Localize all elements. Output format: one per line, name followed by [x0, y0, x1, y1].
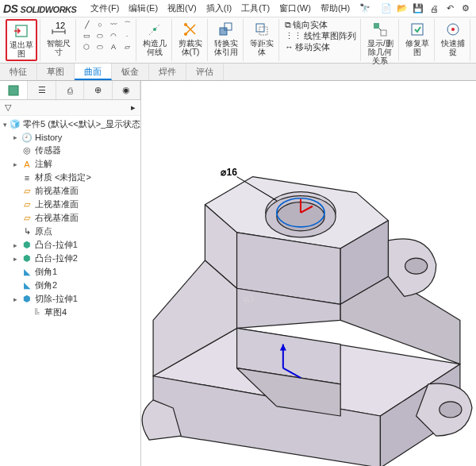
menu-bar: DS SOLIDWORKS 文件(F) 编辑(E) 视图(V) 插入(I) 工具… — [0, 0, 476, 17]
plane-icon: ▱ — [21, 186, 33, 197]
exit-sketch-button[interactable]: 退出草 图 — [6, 19, 37, 61]
svg-rect-12 — [412, 24, 423, 35]
svg-point-14 — [451, 28, 455, 31]
line-tool-icon[interactable]: ╱ — [80, 19, 93, 30]
tab-sheetmetal[interactable]: 钣金 — [112, 64, 149, 80]
menu-help[interactable]: 帮助(H) — [316, 2, 355, 14]
feature-tree-tab-icon[interactable] — [0, 81, 28, 99]
mirror-icon: ⧉ — [285, 20, 291, 30]
menu-insert[interactable]: 插入(I) — [202, 2, 236, 14]
new-doc-icon[interactable]: 📄 — [379, 2, 393, 16]
construction-geom-label: 构造几 何线 — [143, 39, 167, 56]
display-manager-tab-icon[interactable]: ◉ — [113, 81, 140, 99]
tree-material[interactable]: ≡材质 <未指定> — [0, 171, 140, 184]
options-icon[interactable]: ⚙ — [459, 2, 473, 16]
menu-view[interactable]: 视图(V) — [163, 2, 202, 14]
config-manager-tab-icon[interactable]: ⎙ — [56, 81, 84, 99]
poly-tool-icon[interactable]: ⬡ — [80, 41, 93, 52]
point-tool-icon[interactable]: · — [121, 30, 133, 41]
tab-features[interactable]: 特征 — [0, 64, 37, 80]
tree-top-plane[interactable]: ▱上视基准面 — [0, 198, 140, 211]
svg-point-29 — [405, 258, 428, 274]
move-icon: ↔ — [285, 42, 294, 52]
tab-sketch[interactable]: 草图 — [37, 64, 75, 80]
menu-file[interactable]: 文件(F) — [86, 2, 124, 14]
graphics-viewport[interactable]: ⌀16 RJ — [141, 81, 476, 466]
mirror-entities-button[interactable]: ⧉镜向实体 — [283, 19, 358, 30]
svg-point-30 — [440, 402, 462, 418]
print-icon[interactable]: 🖨 — [427, 2, 441, 16]
tree-chamfer2[interactable]: ◣倒角2 — [0, 279, 140, 292]
ribbon-toolbar: 退出草 图 12 智能尺 寸 ╱○〰⌒ ▭⬭◠· ⬡⬭A▱ 构造几 何线 剪裁实… — [0, 17, 476, 64]
circle-tool-icon[interactable]: ○ — [94, 19, 106, 30]
part-icon: 🧊 — [10, 119, 21, 130]
plane-icon: ▱ — [21, 199, 33, 210]
tree-history[interactable]: ▸🕘History — [0, 131, 140, 144]
property-manager-tab-icon[interactable]: ☰ — [28, 81, 56, 99]
construction-geom-button[interactable]: 构造几 何线 — [140, 19, 169, 58]
chamfer-icon: ◣ — [21, 280, 33, 291]
tree-annotations[interactable]: ▸A注解 — [0, 157, 140, 171]
text-tool-icon[interactable]: A — [107, 41, 120, 52]
tree-origin[interactable]: ↳原点 — [0, 225, 140, 238]
menu-tools[interactable]: 工具(T) — [236, 2, 274, 14]
open-icon[interactable]: 📂 — [395, 2, 409, 16]
menu-window[interactable]: 窗口(W) — [274, 2, 316, 14]
svg-point-4 — [184, 33, 187, 36]
main-area: ☰ ⎙ ⊕ ◉ ▽ ▸ ▾🧊零件5 (默认<<默认>_显示状态 1>) ▸🕘Hi… — [0, 81, 476, 466]
slot-tool-icon[interactable]: ⬭ — [94, 30, 106, 41]
tree-sensors[interactable]: ◎传感器 — [0, 144, 140, 157]
tree-cut-extrude1[interactable]: ▸⬢切除-拉伸1 — [0, 292, 140, 306]
spline-tool-icon[interactable]: 〰 — [107, 19, 120, 30]
menu-edit[interactable]: 编辑(E) — [124, 2, 163, 14]
convert-icon — [217, 21, 235, 38]
svg-line-11 — [379, 29, 381, 30]
relations-icon — [371, 21, 389, 38]
svg-point-3 — [184, 23, 187, 26]
offset-entities-button[interactable]: 等距实 体 — [248, 19, 276, 58]
tab-weldments[interactable]: 焊件 — [149, 64, 186, 80]
menu-search-icon[interactable]: 🔭 — [355, 3, 375, 13]
smart-dimension-button[interactable]: 12 智能尺 寸 — [44, 19, 73, 58]
tree-boss-extrude2[interactable]: ▸⬢凸台-拉伸2 — [0, 252, 140, 265]
repair-sketch-button[interactable]: 修复草 图 — [403, 19, 432, 58]
convert-entities-button[interactable]: 转换实 体引用 — [212, 19, 240, 58]
quick-snap-button[interactable]: 快速捕 捉 — [439, 19, 467, 58]
construction-geom-icon — [146, 21, 163, 38]
move-entities-button[interactable]: ↔移动实体 — [283, 41, 358, 52]
trim-label: 剪裁实 体(T) — [178, 39, 202, 56]
sensors-icon: ◎ — [21, 145, 33, 156]
linear-pattern-button[interactable]: ⋮⋮线性草图阵列 — [283, 30, 358, 41]
ellipse-tool-icon[interactable]: ⬭ — [94, 41, 106, 52]
tree-front-plane[interactable]: ▱前视基准面 — [0, 184, 140, 198]
display-relations-button[interactable]: 显示/删 除几何 关系 — [365, 19, 396, 67]
plane-tool-icon[interactable]: ▱ — [121, 41, 133, 52]
display-relations-label: 显示/删 除几何 关系 — [367, 39, 393, 65]
offset-icon — [253, 21, 271, 38]
extrude-icon: ⬢ — [21, 253, 33, 264]
filter-icon[interactable]: ▽ — [5, 102, 11, 113]
tree-boss-extrude1[interactable]: ▸⬢凸台-拉伸1 — [0, 238, 140, 252]
arc-tool-icon[interactable]: ◠ — [107, 30, 120, 41]
trim-entities-button[interactable]: 剪裁实 体(T) — [176, 19, 205, 58]
tree-chamfer1[interactable]: ◣倒角1 — [0, 265, 140, 279]
tree-right-plane[interactable]: ▱右视基准面 — [0, 211, 140, 225]
material-icon: ≡ — [21, 172, 33, 183]
rect-tool-icon[interactable]: ▭ — [80, 30, 93, 41]
fillet-tool-icon[interactable]: ⌒ — [121, 19, 133, 30]
undo-icon[interactable]: ↶ — [443, 2, 457, 16]
extrude-icon: ⬢ — [21, 240, 33, 251]
svg-rect-7 — [256, 24, 264, 32]
svg-rect-8 — [259, 27, 267, 35]
tree-sketch4[interactable]: ╚草图4 — [0, 306, 140, 319]
tab-evaluate[interactable]: 评估 — [186, 64, 224, 80]
filter-more-icon[interactable]: ▸ — [131, 102, 136, 113]
tree-root-part[interactable]: ▾🧊零件5 (默认<<默认>_显示状态 1>) — [0, 117, 140, 131]
save-icon[interactable]: 💾 — [411, 2, 425, 16]
quick-access-toolbar: 📄 📂 💾 🖨 ↶ ⚙ — [379, 2, 473, 16]
origin-icon: ↳ — [21, 226, 33, 237]
svg-rect-16 — [9, 86, 18, 95]
tab-surfaces[interactable]: 曲面 — [75, 64, 112, 80]
dimxpert-tab-icon[interactable]: ⊕ — [84, 81, 112, 99]
chamfer-icon: ◣ — [21, 267, 33, 278]
